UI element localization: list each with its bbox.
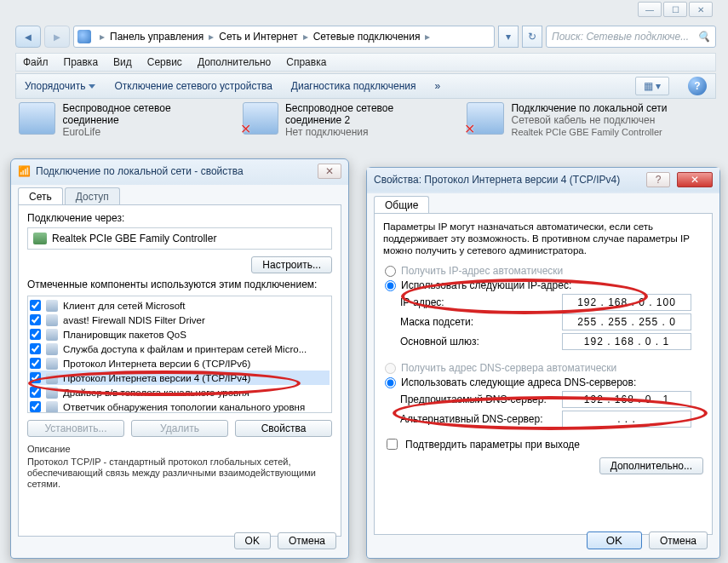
description-text: Протокол TCP/IP - стандартный протокол г… xyxy=(27,457,332,490)
component-label: Планировщик пакетов QoS xyxy=(63,330,186,340)
tab-access[interactable]: Доступ xyxy=(65,187,120,205)
component-checkbox[interactable] xyxy=(30,358,41,369)
wifi-disabled-icon xyxy=(243,102,278,135)
configure-button[interactable]: Настроить... xyxy=(251,256,332,273)
radio-manual-dns[interactable] xyxy=(385,377,396,388)
confirm-on-exit-label: Подтвердить параметры при выходе xyxy=(405,439,580,451)
menu-file[interactable]: Файл xyxy=(23,56,49,68)
component-checkbox[interactable] xyxy=(30,387,41,398)
cancel-button[interactable]: Отмена xyxy=(649,531,708,549)
breadcrumb-item[interactable]: Сеть и Интернет xyxy=(219,31,297,43)
field-dns2-input[interactable]: . . . xyxy=(562,411,691,428)
menu-bar: Файл Правка Вид Сервис Дополнительно Спр… xyxy=(15,53,716,72)
search-input[interactable]: Поиск: Сетевые подключе... 🔍 xyxy=(546,26,716,48)
component-icon xyxy=(46,300,58,312)
radio-auto-dns xyxy=(385,363,396,374)
toolbar-overflow[interactable]: » xyxy=(435,80,441,92)
ok-button[interactable]: OK xyxy=(234,532,271,549)
component-checkbox[interactable] xyxy=(30,329,41,340)
nav-forward-button[interactable]: ► xyxy=(44,26,70,48)
tab-general[interactable]: Общие xyxy=(374,196,429,214)
components-list[interactable]: Клиент для сетей Microsoft avast! Firewa… xyxy=(27,296,332,413)
refresh-button[interactable]: ↻ xyxy=(522,26,542,48)
window-minimize-button[interactable]: — xyxy=(638,2,662,17)
tab-network[interactable]: Сеть xyxy=(18,187,63,205)
uninstall-button[interactable]: Удалить xyxy=(131,420,228,437)
field-ip-label: IP-адрес: xyxy=(400,296,562,308)
connection-item[interactable]: Беспроводное сетевое соединение 2 Нет по… xyxy=(243,102,451,138)
component-item-selected[interactable]: Протокол Интернета версии 4 (TCP/IPv4) xyxy=(30,371,330,385)
properties-button[interactable]: Свойства xyxy=(235,420,332,437)
component-label: Служба доступа к файлам и принтерам сете… xyxy=(63,344,307,354)
component-item[interactable]: Планировщик пакетов QoS xyxy=(30,327,330,342)
menu-extra[interactable]: Дополнительно xyxy=(198,56,271,68)
connection-item[interactable]: Беспроводное сетевое соединение EuroLife xyxy=(19,102,227,138)
menu-view[interactable]: Вид xyxy=(113,56,132,68)
search-placeholder: Поиск: Сетевые подключе... xyxy=(552,31,689,43)
component-item[interactable]: avast! Firewall NDIS Filter Driver xyxy=(30,313,330,327)
ipv4-properties-dialog: Свойства: Протокол Интернета версии 4 (T… xyxy=(366,167,720,559)
radio-manual-dns-label: Использовать следующие адреса DNS-сервер… xyxy=(401,376,636,388)
component-icon xyxy=(46,358,58,370)
component-checkbox[interactable] xyxy=(30,314,41,325)
nav-back-button[interactable]: ◄ xyxy=(15,26,41,48)
component-label: Протокол Интернета версии 4 (TCP/IPv4) xyxy=(63,373,250,383)
menu-service[interactable]: Сервис xyxy=(147,56,182,68)
toolbar-disable-device[interactable]: Отключение сетевого устройства xyxy=(114,80,272,92)
toolbar-arrange[interactable]: Упорядочить xyxy=(25,80,95,92)
component-label: Ответчик обнаружения топологии канальног… xyxy=(63,402,305,412)
component-icon xyxy=(46,401,58,413)
component-item[interactable]: Клиент для сетей Microsoft xyxy=(30,298,330,313)
advanced-button[interactable]: Дополнительно... xyxy=(599,457,703,474)
field-gateway-label: Основной шлюз: xyxy=(400,336,562,348)
menu-help[interactable]: Справка xyxy=(286,56,326,68)
component-item[interactable]: Протокол Интернета версии 6 (TCP/IPv6) xyxy=(30,356,330,371)
radio-auto-ip[interactable] xyxy=(385,266,396,277)
breadcrumb[interactable]: ▸ Панель управления ▸ Сеть и Интернет ▸ … xyxy=(73,26,495,48)
cancel-button[interactable]: Отмена xyxy=(278,532,336,549)
component-item[interactable]: Ответчик обнаружения топологии канальног… xyxy=(30,399,330,413)
component-checkbox[interactable] xyxy=(30,372,41,383)
connection-title: Беспроводное сетевое соединение 2 xyxy=(285,102,452,126)
component-checkbox[interactable] xyxy=(30,300,41,311)
component-item[interactable]: Служба доступа к файлам и принтерам сете… xyxy=(30,342,330,356)
dialog-close-button[interactable]: ✕ xyxy=(677,172,713,187)
component-label: avast! Firewall NDIS Filter Driver xyxy=(63,315,205,325)
dialog-title: Свойства: Протокол Интернета версии 4 (T… xyxy=(374,174,620,186)
field-mask-input[interactable]: 255 . 255 . 255 . 0 xyxy=(562,313,691,330)
component-item[interactable]: Драйвер в/в тополога канального уровня xyxy=(30,385,330,399)
component-icon xyxy=(46,343,58,355)
connect-via-label: Подключение через: xyxy=(27,212,332,224)
breadcrumb-item[interactable]: Сетевые подключения xyxy=(313,31,421,43)
radio-manual-ip[interactable] xyxy=(385,280,396,291)
dialog-help-button[interactable]: ? xyxy=(646,172,670,187)
dialog-close-button[interactable]: ✕ xyxy=(318,164,341,179)
description-label: Описание xyxy=(27,444,332,455)
menu-edit[interactable]: Правка xyxy=(64,56,99,68)
view-mode-button[interactable]: ▦ ▾ xyxy=(635,77,669,95)
toolbar-diagnostics[interactable]: Диагностика подключения xyxy=(291,80,416,92)
component-icon xyxy=(46,329,58,341)
connection-sub: Нет подключения xyxy=(285,126,452,138)
dialog-title: Подключение по локальной сети - свойства xyxy=(36,165,244,177)
radio-auto-ip-label: Получить IP-адрес автоматически xyxy=(401,265,563,277)
component-checkbox[interactable] xyxy=(30,343,41,354)
history-dropdown-button[interactable]: ▾ xyxy=(498,26,519,48)
field-gateway-input[interactable]: 192 . 168 . 0 . 1 xyxy=(562,333,691,350)
ok-button[interactable]: OK xyxy=(587,531,642,549)
breadcrumb-item[interactable]: Панель управления xyxy=(110,31,203,43)
connection-adapter: Realtek PCIe GBE Family Controller xyxy=(511,126,667,138)
component-checkbox[interactable] xyxy=(30,401,41,412)
adapter-field: Realtek PCIe GBE Family Controller xyxy=(27,227,332,250)
help-button[interactable]: ? xyxy=(688,77,707,95)
window-maximize-button[interactable]: ☐ xyxy=(663,2,687,17)
connection-sub: EuroLife xyxy=(62,126,227,138)
component-label: Протокол Интернета версии 6 (TCP/IPv6) xyxy=(63,359,250,369)
field-ip-input[interactable]: 192 . 168 . 0 . 100 xyxy=(562,294,691,311)
install-button[interactable]: Установить... xyxy=(27,420,124,437)
connection-item-selected[interactable]: Подключение по локальной сети Сетевой ка… xyxy=(467,102,713,138)
confirm-on-exit-checkbox[interactable] xyxy=(387,439,398,450)
field-dns1-input[interactable]: 192 . 168 . 0 . 1 xyxy=(562,391,691,408)
toolbar: Упорядочить Отключение сетевого устройст… xyxy=(15,73,716,99)
window-close-button[interactable]: ✕ xyxy=(689,2,713,17)
